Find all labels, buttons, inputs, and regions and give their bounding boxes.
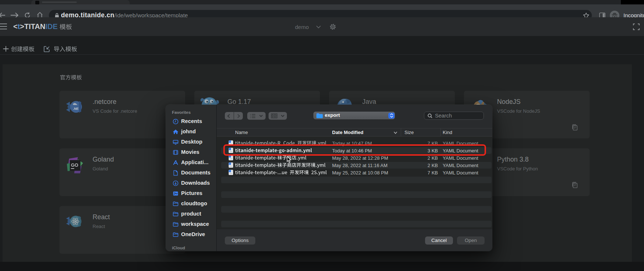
svg-text:.NE: .NE bbox=[73, 107, 79, 111]
svg-text:GO: GO bbox=[71, 162, 78, 168]
